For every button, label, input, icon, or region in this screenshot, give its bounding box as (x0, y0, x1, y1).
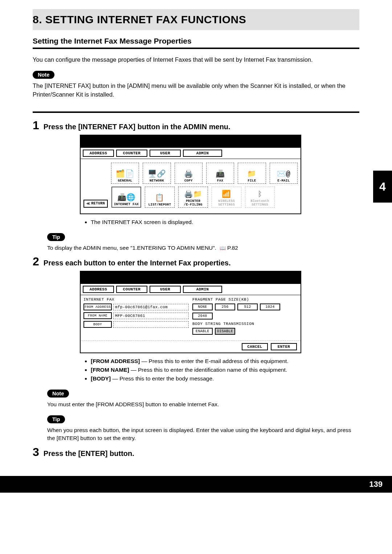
tab-user-2[interactable]: USER (150, 286, 181, 293)
ifax-screen-displayed-bullet: The INTERNET FAX screen is displayed. (91, 218, 359, 227)
bodytx-enable[interactable]: ENABLE (192, 328, 213, 335)
tab-counter[interactable]: COUNTER (116, 150, 147, 157)
step-1-text: Press the [INTERNET FAX] button in the A… (44, 123, 230, 131)
btn-copy[interactable]: 🖨️COPY (175, 163, 203, 184)
from-address-value[interactable]: mfp-00c67861@ifax.com (113, 304, 189, 310)
return-button[interactable]: ≪RETURN (83, 200, 108, 208)
tip1-text: To display the ADMIN menu, see "1.ENTERI… (47, 244, 359, 252)
btn-bluetooth: ᛒBluetooth SETTINGS (245, 187, 275, 208)
frag-256[interactable]: 256 (215, 304, 235, 310)
body-button[interactable]: BODY (83, 321, 112, 328)
def-from-address: [FROM ADDRESS] — Press this to enter the… (91, 357, 359, 366)
tab-counter-2[interactable]: COUNTER (116, 286, 147, 293)
from-name-button[interactable]: FROM NAME (83, 312, 112, 319)
btn-general[interactable]: 🗂️📄GENERAL (111, 163, 139, 184)
frag-512[interactable]: 512 (237, 304, 258, 310)
step-2-number: 2 (33, 256, 39, 267)
section-title: Setting the Internet Fax Message Propert… (33, 37, 359, 45)
btn-email[interactable]: ✉️@E-MAIL (270, 163, 298, 184)
chapter-side-tab: 4 (373, 171, 392, 203)
btn-network[interactable]: 🖥️🔗NETWORK (143, 163, 171, 184)
fragment-size-label: FRAGMENT PAGE SIZE(KB) (192, 297, 298, 302)
return-arrow-icon: ≪ (86, 201, 90, 206)
btn-file[interactable]: 📁FILE (238, 163, 266, 184)
tip-badge-2: Tip (47, 415, 65, 423)
ifax-properties-screenshot: ADDRESS COUNTER USER ADMIN INTERNET FAX … (80, 271, 301, 353)
enter-button[interactable]: ENTER (271, 343, 297, 350)
tip2-text: When you press each button, the input sc… (47, 426, 359, 443)
tab-address-2[interactable]: ADDRESS (83, 286, 114, 293)
book-ref-icon: 📖 (220, 245, 226, 251)
def-from-name: [FROM NAME] — Press this to enter the id… (91, 366, 359, 374)
step-2-text: Press each button to enter the Internet … (44, 259, 231, 267)
admin-menu-screenshot: ADDRESS COUNTER USER ADMIN 🗂️📄GENERAL 🖥️… (80, 135, 301, 214)
intro-paragraph: You can configure the message properties… (33, 56, 359, 64)
step-3-number: 3 (33, 446, 39, 458)
tab-admin[interactable]: ADMIN (183, 150, 222, 157)
step-1: 1 Press the [INTERNET FAX] button in the… (33, 119, 359, 131)
cancel-button[interactable]: CANCEL (242, 343, 268, 350)
tab-admin-2[interactable]: ADMIN (183, 286, 222, 293)
bodytx-disable[interactable]: DISABLE (215, 328, 235, 335)
step-2: 2 Press each button to enter the Interne… (33, 256, 359, 267)
step-3-text: Press the [ENTER] button. (44, 449, 134, 458)
page-number: 139 (0, 476, 392, 493)
body-tx-label: BODY STRING TRANSMISSION (192, 322, 298, 326)
btn-printer-efiling[interactable]: 🖨️📁PRINTER /E-FILING (178, 187, 208, 208)
note1-text: The [INTERNET FAX] button in the [ADMIN]… (33, 82, 359, 99)
def-body: [BODY] — Press this to enter the body me… (91, 374, 359, 383)
ifax-subtitle: INTERNET FAX (83, 297, 189, 302)
chapter-heading: 8. SETTING INTERNET FAX FUNCTIONS (33, 13, 359, 26)
from-name-value[interactable]: MFP-00C67861 (113, 313, 189, 319)
note2-text: You must enter the [FROM ADDRESS] button… (47, 400, 359, 408)
tab-user[interactable]: USER (150, 150, 181, 157)
frag-1024[interactable]: 1024 (260, 304, 280, 310)
body-value[interactable] (113, 321, 189, 328)
step-1-number: 1 (33, 119, 39, 131)
note-badge: Note (33, 71, 54, 79)
btn-fax[interactable]: 📠FAX (206, 163, 234, 184)
btn-wireless: 📶WIRELESS SETTINGS (212, 187, 241, 208)
frag-none[interactable]: NONE (192, 304, 213, 310)
btn-internet-fax[interactable]: 📠🌐INTERNET FAX (111, 187, 141, 208)
step-3: 3 Press the [ENTER] button. (33, 446, 359, 458)
tip-badge-1: Tip (47, 233, 65, 241)
btn-list-report[interactable]: 📋LIST/REPORT (145, 187, 175, 208)
from-address-button[interactable]: FROM ADDRESS (83, 304, 112, 310)
note-badge-2: Note (47, 390, 69, 398)
tab-address[interactable]: ADDRESS (83, 150, 114, 157)
frag-2048[interactable]: 2048 (192, 313, 213, 319)
